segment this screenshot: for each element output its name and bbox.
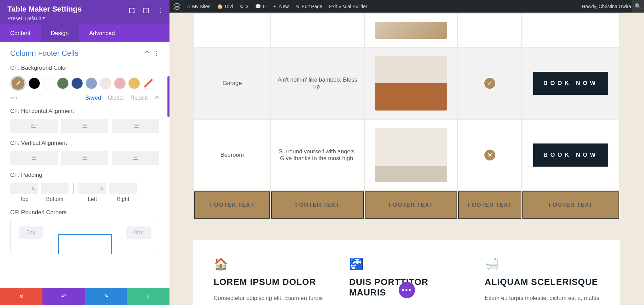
product-image [375,56,447,111]
panel-header: Table Maker Settings Preset: Default ▾ ⋮ [0,0,169,24]
panel-tabs: Content Design Advanced [0,24,169,42]
corners-label: CF: Rounded Corners [10,209,159,216]
table-footer-row: FOOTER TEXT FOOTER TEXT FOOTER TEXT FOOT… [194,191,619,219]
color-swatch-tan[interactable] [100,78,111,89]
more-icon[interactable]: ⋮ [157,7,163,14]
feature-text: Etiam eu turpis molestie, dictum est a, … [485,293,600,305]
search-icon[interactable]: 🔍 [632,0,644,13]
feature-title: ALIQUAM SCELERISQUE [485,277,600,287]
tab-global[interactable]: Global [108,95,124,101]
check-icon: ✓ [484,78,495,89]
valign-label: CF: Vertical Alignment [10,140,159,147]
book-now-button[interactable]: BOOK NOW [533,72,608,95]
cross-icon: ✕ [484,150,495,160]
padding-label: CF: Padding [10,172,159,179]
data-table: Garage Ain't nothin' like bamboo. Bless … [193,13,620,220]
color-swatch-white[interactable] [43,78,54,89]
valign-top[interactable] [10,151,58,165]
bottom-bar: ✕ ↶ ↷ ✓ [0,288,169,305]
footer-cell: FOOTER TEXT [365,191,458,219]
padding-left-input[interactable]: ⇅ [78,183,106,194]
padding-bottom-input[interactable] [41,183,69,194]
table-row [194,14,619,47]
room-cell: Garage [194,48,270,119]
color-swatches [10,75,159,91]
feature-card: 🏠 LOREM IPSUM DOLOR Consectetur adipisci… [214,257,329,305]
valign-middle[interactable] [61,151,109,165]
divider [73,183,74,194]
tab-content[interactable]: Content [0,24,41,42]
wp-admin-bar: ⌂My Sites 🏠Divi ↻3 💬0 ＋New ✎Edit Page Ex… [169,0,644,13]
corner-tl-input[interactable]: 0px [19,226,43,239]
panel-body: Column Footer Cells ⋮ CF: Background Col… [0,42,169,305]
color-swatch-none[interactable] [143,78,154,89]
valign-bottom[interactable] [112,151,159,165]
columns-icon[interactable] [143,7,149,14]
corners-control: 0px 0px 🔗 [10,220,159,254]
expand-icon[interactable] [129,7,135,14]
exit-visual-builder[interactable]: Exit Visual Builder [329,4,368,9]
edit-page[interactable]: ✎Edit Page [296,4,322,9]
updates[interactable]: ↻3 [240,4,249,9]
corner-diagram: 🔗 [58,234,112,254]
site-name[interactable]: 🏠Divi [217,4,233,9]
cancel-button[interactable]: ✕ [0,288,42,305]
footer-cell: FOOTER TEXT [458,191,521,219]
page-preview: Garage Ain't nothin' like bamboo. Bless … [169,13,644,305]
color-swatch-green[interactable] [57,78,69,89]
feature-text: Consectetur adipiscing elit. Etiam eu tu… [214,293,329,305]
preset-selector[interactable]: Preset: Default ▾ [7,15,162,21]
feature-card: 🛁 ALIQUAM SCELERISQUE Etiam eu turpis mo… [485,257,600,305]
halign-right[interactable] [112,119,159,133]
tab-advanced[interactable]: Advanced [79,24,125,42]
halign-label: CF: Horizontal Alignment [10,108,159,115]
user-greeting[interactable]: Howdy, Christina Gwira [582,3,640,10]
bath-icon: 🛁 [485,257,600,271]
chevron-down-icon: ▾ [42,15,45,21]
product-image [375,22,447,39]
gear-icon[interactable]: ⚙ [155,95,159,101]
footer-cell: FOOTER TEXT [271,191,364,219]
feature-title: LOREM IPSUM DOLOR [214,277,329,287]
undo-button[interactable]: ↶ [42,288,85,305]
tab-recent[interactable]: Recent [130,95,148,101]
color-tabs: ••• Saved Global Recent ⚙ [10,95,159,101]
product-image [375,128,447,182]
halign-center[interactable] [61,119,109,133]
wp-logo[interactable] [174,3,180,10]
sink-icon: 🚰 [349,257,464,271]
padding-top-input[interactable]: ⇅ [10,183,38,194]
builder-fab[interactable]: ••• [399,282,415,298]
collapse-icon[interactable] [144,50,150,57]
scrollbar[interactable] [167,76,169,117]
color-swatch-pink[interactable] [114,78,126,89]
footer-cell: FOOTER TEXT [522,191,619,219]
svg-point-21 [174,3,180,10]
table-row: Bedroom Surround yourself with angels. G… [194,120,619,190]
color-swatch-blue[interactable] [71,78,83,89]
halign-left[interactable] [10,119,58,133]
my-sites[interactable]: ⌂My Sites [187,4,210,9]
color-swatch-black[interactable] [29,78,40,89]
color-swatch-current[interactable] [10,75,26,91]
tab-saved[interactable]: Saved [85,95,101,101]
redo-button[interactable]: ↷ [85,288,127,305]
tab-design[interactable]: Design [41,24,79,42]
home-icon: 🏠 [214,257,329,271]
section-more-icon[interactable]: ⋮ [154,50,159,57]
corner-tr-input[interactable]: 0px [126,226,151,239]
section-title[interactable]: Column Footer Cells [10,49,78,58]
bg-color-label: CF: Background Color [10,65,159,71]
desc-cell: Ain't nothin' like bamboo. Bless up. [271,48,364,119]
footer-cell: FOOTER TEXT [194,191,270,219]
padding-right-input[interactable] [109,183,137,194]
more-colors-icon[interactable]: ••• [10,95,18,101]
color-swatch-gold[interactable] [128,78,140,89]
new-content[interactable]: ＋New [272,3,289,10]
desc-cell: Surround yourself with angels. Give than… [271,120,364,190]
comments[interactable]: 💬0 [255,4,266,9]
book-now-button[interactable]: BOOK NOW [533,143,608,166]
save-button[interactable]: ✓ [127,288,169,305]
room-cell: Bedroom [194,120,270,190]
color-swatch-lightblue[interactable] [86,78,97,89]
